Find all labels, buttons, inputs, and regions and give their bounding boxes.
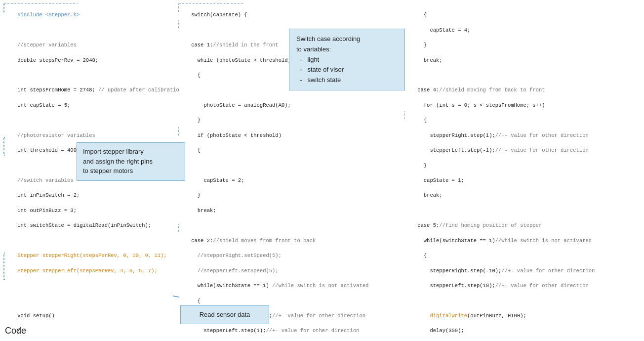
annotation-import-text: Import stepper library and assign the ri… xyxy=(83,148,153,174)
annotation-import: Import stepper library and assign the ri… xyxy=(77,142,185,181)
code-panel-right: { capState = 4; } break; case 4://shield… xyxy=(405,4,642,341)
annotation-sensor: Read sensor data xyxy=(180,305,269,324)
annotation-sensor-text: Read sensor data xyxy=(200,310,250,320)
code-line-include: #include <Stepper.h> xyxy=(17,12,80,18)
annotation-switch: Switch case accordingto variables: - lig… xyxy=(289,29,405,90)
page-container: #include <Stepper.h> //stepper variables… xyxy=(0,0,644,341)
annotation-switch-text: Switch case accordingto variables: - lig… xyxy=(296,34,398,85)
page-title: Code xyxy=(5,326,26,336)
